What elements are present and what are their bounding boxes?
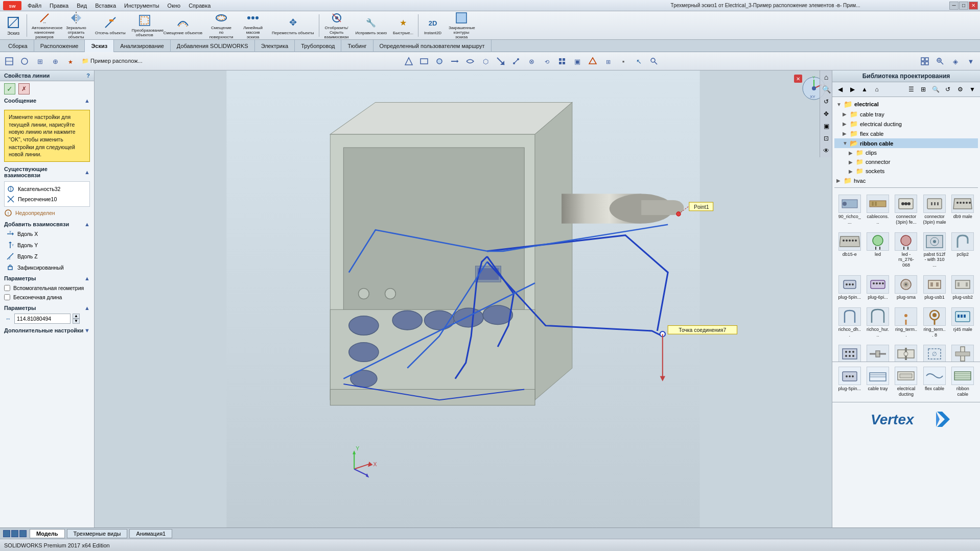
lib-back-btn[interactable]: ◀ (834, 84, 846, 95)
tb2-center-2[interactable] (417, 54, 431, 68)
lib-item-plugusb1[interactable]: plug-usb1 (921, 273, 947, 303)
tree-item-flexcable[interactable]: ▶ 📁 flex cable (834, 129, 978, 138)
tb2-center-1[interactable] (402, 54, 416, 68)
tb2-cursor[interactable]: ↖ (632, 54, 646, 68)
bottom-tab-model[interactable]: Модель (30, 529, 65, 538)
lib-item-wiretie[interactable]: wire tie clip (950, 342, 976, 362)
lib-item-plugsma[interactable]: plug-sma (893, 273, 919, 303)
lib-item-cablecons[interactable]: cablecons... (865, 192, 891, 228)
move-button[interactable]: ✥ Переместить объекты (269, 13, 316, 38)
lib-item-splice[interactable]: splice (865, 342, 891, 362)
lib-item-db9male[interactable]: db9 male (950, 192, 976, 228)
cancel-button[interactable]: ✗ (18, 83, 30, 94)
param-value-input[interactable] (14, 314, 71, 324)
add-along-z[interactable]: Z Вдоль Z (0, 251, 94, 262)
folder-item-cabletray[interactable]: cable tray (865, 364, 891, 400)
offset-button[interactable]: Смещение объектов (161, 13, 205, 38)
existing-relations-collapse[interactable]: ▲ (84, 169, 90, 175)
filled-sketch-button[interactable]: Закрашенные контуры эскиза (446, 13, 477, 38)
3d-viewport[interactable]: Point1 Точка соединения7 (95, 70, 832, 528)
lib-forward-btn[interactable]: ▶ (847, 84, 858, 95)
vp-zoom-btn[interactable]: 🔍 (821, 84, 832, 95)
lib-item-pabst[interactable]: pabst 512f - with 310 ... (921, 230, 947, 271)
menu-file[interactable]: Файл (24, 2, 45, 10)
tb2-btn-2[interactable] (17, 54, 32, 68)
tb2-center-10[interactable]: ⟲ (540, 54, 554, 68)
message-collapse[interactable]: ▲ (84, 98, 90, 104)
tb2-btn-1[interactable] (2, 54, 16, 68)
tab-analyze[interactable]: Анализирование (114, 40, 171, 52)
lib-item-terminal[interactable]: terminal (893, 342, 919, 362)
tree-item-electrical[interactable]: ▼ 📁 electrical (834, 99, 978, 109)
lib-item-ringterm8[interactable]: ring_term... 8 (921, 305, 947, 341)
ok-button[interactable]: ✓ (4, 83, 15, 94)
instant2d-button[interactable]: 2D Instant2D (421, 13, 445, 38)
add-along-x[interactable]: X Вдоль X (0, 228, 94, 239)
lib-item-90richco[interactable]: 90_richco_... (836, 192, 862, 228)
folder-item-plug5pin[interactable]: plug-5pin... (836, 364, 862, 400)
tab-custom-route[interactable]: Определенный пользователем маршрут (374, 40, 492, 52)
lib-list-view-btn[interactable]: ☰ (905, 84, 917, 95)
lib-item-virtualclips[interactable]: ∅ virtualclips... (921, 342, 947, 362)
tab-piping[interactable]: Трубопровод (295, 40, 341, 52)
menu-view[interactable]: Вид (73, 2, 91, 10)
minimize-button[interactable]: ─ (949, 2, 959, 10)
tree-item-hvac[interactable]: ▶ 📁 hvac (834, 176, 978, 185)
tb2-more[interactable]: ▼ (964, 54, 978, 68)
lib-settings-btn[interactable]: ⚙ (954, 84, 966, 95)
tb2-center-12[interactable]: ▣ (570, 54, 585, 68)
quick-button[interactable]: ★ Быстрые... (390, 13, 416, 38)
close-button[interactable]: ✕ (969, 2, 978, 10)
lib-filter-btn[interactable]: ▼ (967, 84, 978, 95)
tab-electrical[interactable]: Электрика (255, 40, 295, 52)
bottom-tab-3d-views[interactable]: Трехмерные виды (67, 529, 128, 538)
sketch-button[interactable]: Эскиз (2, 13, 25, 38)
lib-item-plug5pin1[interactable]: plug-5pin... (836, 273, 862, 303)
add-fixed[interactable]: Зафиксированный (0, 262, 94, 273)
lib-grid-view-btn[interactable]: ⊞ (918, 84, 929, 95)
tb2-center-14[interactable]: ⊞ (601, 54, 615, 68)
trim-button[interactable]: Отсечь объекты (92, 13, 128, 38)
tb2-btn-5[interactable]: ★ (63, 54, 78, 68)
lib-item-db15e[interactable]: db15-e (836, 230, 862, 271)
lib-refresh-btn[interactable]: ↺ (942, 84, 953, 95)
lib-item-ledrs[interactable]: led - rs_276-068 (893, 230, 919, 271)
tb2-center-3[interactable] (432, 54, 447, 68)
tab-sketch[interactable]: Эскиз (85, 40, 114, 52)
lib-item-socket6p[interactable]: socket-6p... (836, 342, 862, 362)
tb2-center-7[interactable] (494, 54, 508, 68)
fix-sketch-button[interactable]: 🔧 Исправить эскиз (353, 13, 389, 38)
tab-tubing[interactable]: Тюбинг (341, 40, 373, 52)
vp-section-btn[interactable]: ⊡ (821, 133, 832, 144)
menu-edit[interactable]: Правка (45, 2, 73, 10)
menu-insert[interactable]: Вставка (91, 2, 120, 10)
vp-home-btn[interactable]: ⌂ (821, 71, 832, 83)
tree-item-connector[interactable]: ▶ 📁 connector (834, 157, 978, 166)
add-along-y[interactable]: Y Вдоль Y (0, 239, 94, 251)
tb2-center-6[interactable]: ⬡ (478, 54, 493, 68)
tb2-btn-4[interactable]: ⊕ (48, 54, 62, 68)
menu-tools[interactable]: Инструменты (120, 2, 164, 10)
spinner-up[interactable]: ▲ (73, 314, 80, 319)
aux-geometry-checkbox[interactable] (4, 285, 10, 291)
lib-item-pclip2[interactable]: pclip2 (950, 230, 976, 271)
tb2-center-9[interactable]: ⊗ (524, 54, 539, 68)
vp-pan-btn[interactable]: ✥ (821, 108, 832, 119)
menu-help[interactable]: Справка (184, 2, 215, 10)
tb2-view-1[interactable] (918, 54, 932, 68)
tb2-zoom[interactable] (933, 54, 947, 68)
tb2-center-5[interactable] (463, 54, 477, 68)
help-icon[interactable]: ? (86, 73, 90, 79)
tb2-center-15[interactable]: ▪ (616, 54, 631, 68)
folder-item-elecducting[interactable]: electrical ducting (893, 364, 919, 400)
tb2-display[interactable]: ◈ (948, 54, 963, 68)
infinite-length-checkbox[interactable] (4, 294, 10, 300)
folder-item-ribboncable[interactable]: ribbon cable (950, 364, 976, 400)
bottom-tab-animation[interactable]: Анимация1 (129, 529, 172, 538)
tab-assembly[interactable]: Сборка (2, 40, 34, 52)
convert-button[interactable]: Преобразование объектов (129, 13, 160, 38)
tree-item-ribboncable[interactable]: ▼ 📂 ribbon cable (834, 138, 978, 148)
lib-item-rj45male[interactable]: rj45 male (950, 305, 976, 341)
params-collapse-1[interactable]: ▲ (84, 275, 90, 281)
lib-up-btn[interactable]: ▲ (859, 84, 870, 95)
